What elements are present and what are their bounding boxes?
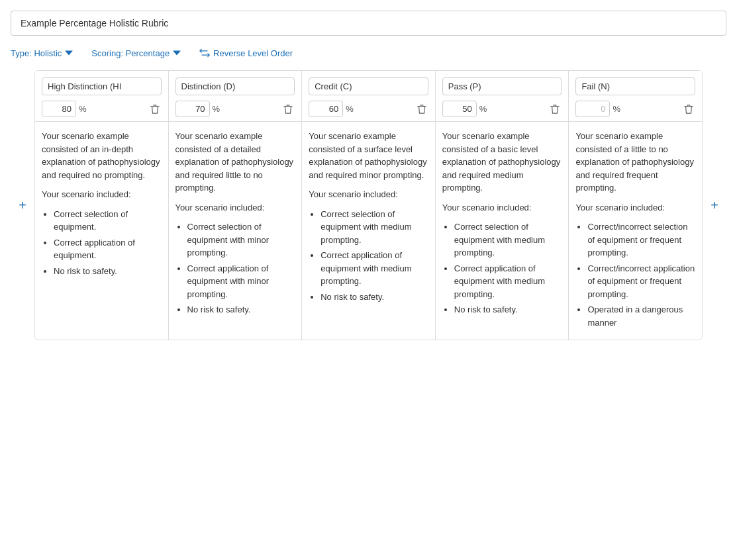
col-body-c: Your scenario example consisted of a sur…: [302, 122, 435, 340]
pct-label-p: %: [479, 104, 487, 114]
chevron-down-icon: [173, 49, 181, 57]
rubric-container: + %Your scenario example consisted of an…: [11, 70, 726, 340]
col-title-input-n[interactable]: [575, 77, 695, 95]
col-body-para2: Your scenario included:: [575, 201, 695, 214]
rubric-title: Example Percentage Holistic Rubric: [11, 11, 726, 36]
toolbar: Type: Holistic Scoring: Percentage Rever…: [11, 48, 726, 58]
delete-col-button-hd[interactable]: [148, 103, 162, 116]
col-header-hd: %: [35, 71, 168, 122]
list-item: Correct/incorrect application of equipme…: [587, 262, 695, 301]
score-row-c: %: [309, 101, 428, 117]
add-column-left-button[interactable]: +: [11, 70, 34, 340]
list-item: Correct/incorrect selection of equipment…: [587, 220, 695, 259]
col-header-p: %: [436, 71, 569, 122]
list-item: Correct selection of equipment with mino…: [187, 220, 295, 259]
score-row-p: %: [442, 101, 562, 117]
score-row-hd: %: [42, 101, 162, 117]
type-label: Type: Holistic: [11, 48, 62, 58]
col-body-para1: Your scenario example consisted of a bas…: [442, 130, 562, 195]
pct-label-d: %: [213, 104, 221, 114]
list-item: Correct application of equipment with me…: [320, 249, 428, 288]
rubric-column-p: %Your scenario example consisted of a ba…: [436, 71, 569, 340]
col-bullets-hd: Correct selection of equipment.Correct a…: [42, 208, 162, 278]
trash-icon: [150, 104, 160, 115]
col-bullets-c: Correct selection of equipment with medi…: [309, 208, 428, 304]
col-body-p: Your scenario example consisted of a bas…: [436, 122, 569, 340]
score-input-hd[interactable]: [42, 101, 76, 117]
list-item: Correct application of equipment.: [54, 236, 162, 262]
col-body-d: Your scenario example consisted of a det…: [169, 122, 302, 340]
col-bullets-n: Correct/incorrect selection of equipment…: [575, 220, 695, 329]
col-bullets-d: Correct selection of equipment with mino…: [175, 220, 295, 316]
trash-icon: [283, 104, 293, 115]
reverse-label: Reverse Level Order: [213, 48, 293, 58]
list-item: Operated in a dangerous manner: [587, 303, 695, 329]
rubric-column-hd: %Your scenario example consisted of an i…: [35, 71, 169, 340]
score-row-n: %: [575, 101, 695, 117]
col-title-input-p[interactable]: [442, 77, 562, 95]
list-item: No risk to safety.: [187, 303, 295, 316]
chevron-down-icon: [65, 49, 73, 57]
col-title-input-c[interactable]: [309, 77, 428, 95]
col-body-para2: Your scenario included:: [309, 188, 428, 201]
col-title-input-d[interactable]: [175, 77, 295, 95]
delete-col-button-c[interactable]: [415, 103, 428, 116]
rubric-column-d: %Your scenario example consisted of a de…: [169, 71, 303, 340]
scoring-label: Scoring: Percentage: [91, 48, 170, 58]
col-body-para1: Your scenario example consisted of a lit…: [575, 130, 695, 195]
delete-col-button-d[interactable]: [281, 103, 295, 116]
pct-label-hd: %: [79, 104, 87, 114]
type-dropdown[interactable]: Type: Holistic: [11, 48, 73, 58]
pct-label-c: %: [346, 104, 354, 114]
list-item: Correct application of equipment with me…: [454, 262, 562, 301]
rubric-column-c: %Your scenario example consisted of a su…: [302, 71, 436, 340]
col-body-para2: Your scenario included:: [175, 201, 295, 214]
rubric-column-n: %Your scenario example consisted of a li…: [569, 71, 702, 340]
trash-icon: [417, 104, 427, 115]
list-item: Correct selection of equipment with medi…: [454, 220, 562, 259]
list-item: Correct selection of equipment.: [54, 208, 162, 234]
delete-col-button-p[interactable]: [548, 103, 562, 116]
col-body-para1: Your scenario example consisted of a sur…: [309, 130, 428, 181]
col-body-para1: Your scenario example consisted of a det…: [175, 130, 295, 195]
score-input-c[interactable]: [309, 101, 343, 117]
reverse-level-order-button[interactable]: Reverse Level Order: [199, 48, 293, 58]
score-row-d: %: [175, 101, 295, 117]
list-item: No risk to safety.: [54, 265, 162, 278]
col-body-para2: Your scenario included:: [442, 201, 562, 214]
col-header-n: %: [569, 71, 702, 122]
score-input-p[interactable]: [442, 101, 477, 117]
col-bullets-p: Correct selection of equipment with medi…: [442, 220, 562, 316]
col-body-para2: Your scenario included:: [42, 188, 162, 201]
list-item: No risk to safety.: [320, 291, 428, 304]
col-body-hd: Your scenario example consisted of an in…: [35, 122, 168, 340]
page-wrapper: Example Percentage Holistic Rubric Type:…: [0, 0, 737, 560]
rubric-table: %Your scenario example consisted of an i…: [34, 70, 703, 340]
col-body-para1: Your scenario example consisted of an in…: [42, 130, 162, 181]
trash-icon: [550, 104, 560, 115]
trash-icon: [683, 104, 694, 115]
delete-col-button-n[interactable]: [682, 103, 695, 116]
reverse-icon: [199, 48, 210, 58]
col-header-c: %: [302, 71, 435, 122]
scoring-dropdown[interactable]: Scoring: Percentage: [91, 48, 181, 58]
col-title-input-hd[interactable]: [42, 77, 162, 95]
score-input-d[interactable]: [175, 101, 210, 117]
col-body-n: Your scenario example consisted of a lit…: [569, 122, 702, 340]
pct-label-n: %: [613, 104, 620, 114]
list-item: No risk to safety.: [454, 303, 562, 316]
list-item: Correct selection of equipment with medi…: [320, 208, 428, 247]
score-input-n[interactable]: [575, 101, 610, 117]
list-item: Correct application of equipment with mi…: [187, 262, 295, 301]
add-column-right-button[interactable]: +: [703, 70, 726, 340]
col-header-d: %: [169, 71, 302, 122]
